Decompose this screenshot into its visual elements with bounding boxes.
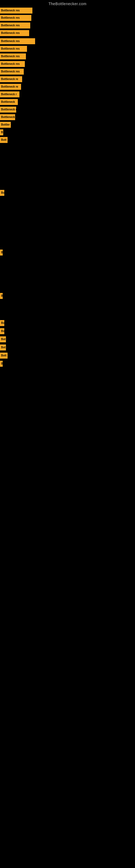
bar-row: Bottleneck c xyxy=(0,106,16,113)
bar-row: Bottleneck res xyxy=(0,8,32,13)
bar-label: Bottler xyxy=(0,122,11,128)
bar-row: Bottleneck res xyxy=(0,38,35,44)
bar-row: Bo xyxy=(0,190,4,196)
bar-label: Bottleneck res xyxy=(0,61,25,67)
bar-row: Bottleneck res xyxy=(0,69,24,74)
site-title: TheBottlenecker.com xyxy=(0,0,135,7)
bar-row: Bot xyxy=(0,344,6,350)
bar-label: B xyxy=(0,293,3,299)
bar-label: Bottleneck res xyxy=(0,23,30,29)
bar-label: Bott xyxy=(0,352,8,359)
bar-label: Bo xyxy=(0,190,4,196)
bar-row: Bott xyxy=(0,137,8,143)
bar-label: Bottleneck res xyxy=(0,15,31,21)
bar-label: Bottleneck r xyxy=(0,91,19,97)
bar-label: Bottleneck res xyxy=(0,54,26,59)
bar-row: Bot xyxy=(0,336,6,342)
bar-row: B xyxy=(0,293,3,299)
bar-row: Bottleneck res xyxy=(0,15,31,21)
bar-row: Bottleneck res xyxy=(0,30,29,36)
bar-row: Bottleneck re xyxy=(0,76,22,82)
bar-label: Bottleneck res xyxy=(0,46,27,52)
bar-label: B xyxy=(0,250,3,255)
bar-row: Bottleneck xyxy=(0,99,18,105)
bar-row: B xyxy=(0,250,3,255)
bar-row: Bo xyxy=(0,320,4,326)
bar-row: Bott xyxy=(0,352,8,359)
bar-label: Bot xyxy=(0,344,6,350)
bar-label: Bo xyxy=(0,320,4,326)
bar-row: B xyxy=(0,129,3,135)
bar-row: Bottleneck xyxy=(0,114,15,120)
bar-label: B xyxy=(0,129,3,135)
bar-row: Bottleneck res xyxy=(0,23,30,29)
bar-label: Bottleneck re xyxy=(0,76,22,82)
bar-row: Bo xyxy=(0,328,4,334)
bar-row: Bottleneck res xyxy=(0,61,25,67)
bar-row: Bottleneck res xyxy=(0,46,27,52)
bar-label: Bo xyxy=(0,328,4,334)
bar-row: Bottleneck res xyxy=(0,54,26,59)
bar-label: Bottleneck re xyxy=(0,84,21,90)
bar-label: Bottleneck res xyxy=(0,38,35,44)
bar-label: Bot xyxy=(0,336,6,342)
bar-label: Bottleneck res xyxy=(0,8,32,13)
bar-label: Bottleneck xyxy=(0,114,15,120)
bar-label: Bottleneck res xyxy=(0,69,24,74)
bar-label: Bottleneck c xyxy=(0,106,16,113)
bar-label: Bottleneck xyxy=(0,99,18,105)
bar-row: Bottleneck re xyxy=(0,84,21,90)
bar-label: Bott xyxy=(0,137,8,143)
bar-row: Bottler xyxy=(0,122,11,128)
bar-row: B xyxy=(0,361,3,367)
bar-label: B xyxy=(0,361,3,367)
bar-row: Bottleneck r xyxy=(0,91,19,97)
bar-label: Bottleneck res xyxy=(0,30,29,36)
